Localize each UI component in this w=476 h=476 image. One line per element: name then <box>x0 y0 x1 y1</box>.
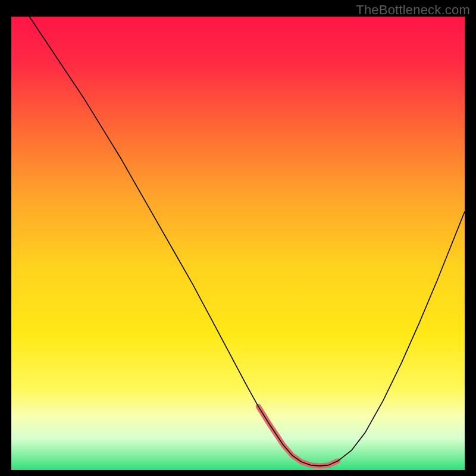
chart-svg <box>11 17 465 470</box>
chart-frame: TheBottleneck.com <box>0 0 476 476</box>
svg-rect-0 <box>11 17 465 470</box>
watermark-text: TheBottleneck.com <box>356 2 470 18</box>
plot-area <box>11 17 465 470</box>
